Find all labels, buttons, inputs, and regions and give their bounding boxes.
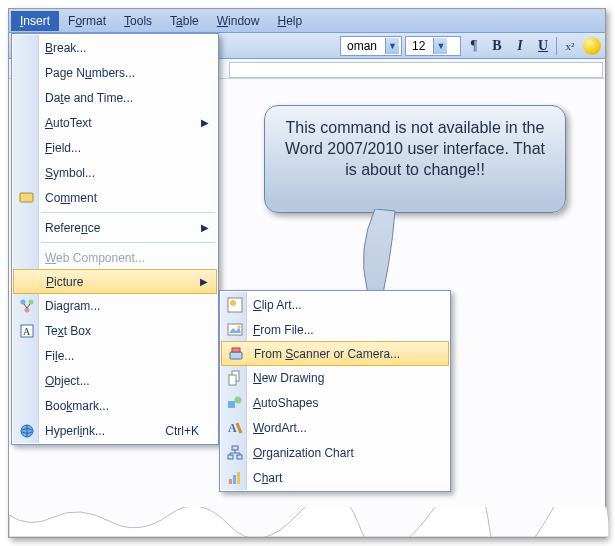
svg-rect-11: [230, 352, 242, 359]
insert-item-break[interactable]: Break...: [13, 35, 217, 60]
menu-item-label: Date and Time...: [45, 91, 133, 105]
menu-item-label: Web Component...: [45, 251, 145, 265]
menu-item-label: Hyperlink...: [45, 424, 105, 438]
font-combo-value: oman: [347, 39, 377, 53]
svg-text:A: A: [23, 326, 31, 337]
orgchart-icon: [226, 444, 244, 462]
svg-rect-15: [228, 401, 235, 408]
menu-item-label: Bookmark...: [45, 399, 109, 413]
menu-separator: [41, 242, 215, 243]
size-combo[interactable]: 12 ▼: [405, 36, 461, 56]
svg-rect-18: [232, 446, 238, 450]
menubar: InsertFormatToolsTableWindowHelp: [9, 9, 605, 33]
svg-rect-0: [20, 193, 33, 202]
insert-item-comment[interactable]: Comment: [13, 185, 217, 210]
picture-item-chart[interactable]: Chart: [221, 465, 449, 490]
underline-button[interactable]: U: [533, 36, 553, 56]
menu-item-label: Text Box: [45, 324, 91, 338]
menu-item-label: From File...: [253, 323, 314, 337]
svg-rect-19: [228, 455, 233, 459]
insert-item-file[interactable]: File...: [13, 343, 217, 368]
menu-item-label: AutoShapes: [253, 396, 318, 410]
dropdown-arrow-icon[interactable]: ▼: [433, 38, 447, 54]
picture-item-clip-art[interactable]: Clip Art...: [221, 292, 449, 317]
highlight-color-icon[interactable]: [583, 37, 601, 55]
fromfile-icon: [226, 321, 244, 339]
svg-point-2: [29, 299, 34, 304]
menu-item-label: Field...: [45, 141, 81, 155]
menu-item-label: WordArt...: [253, 421, 307, 435]
insert-item-symbol[interactable]: Symbol...: [13, 160, 217, 185]
insert-item-autotext[interactable]: AutoText▶: [13, 110, 217, 135]
pilcrow-button[interactable]: ¶: [464, 36, 484, 56]
submenu-arrow-icon: ▶: [201, 222, 209, 233]
italic-button[interactable]: I: [510, 36, 530, 56]
wordart-icon: A: [226, 419, 244, 437]
scanner-icon: [227, 345, 245, 363]
bold-button[interactable]: B: [487, 36, 507, 56]
insert-item-field[interactable]: Field...: [13, 135, 217, 160]
menu-item-label: Organization Chart: [253, 446, 354, 460]
autoshapes-icon: [226, 394, 244, 412]
menu-item-label: File...: [45, 349, 74, 363]
insert-menu: Break...Page Numbers...Date and Time...A…: [11, 33, 219, 445]
menu-tools[interactable]: Tools: [115, 11, 161, 31]
insert-item-page-numbers[interactable]: Page Numbers...: [13, 60, 217, 85]
chart-icon: [226, 469, 244, 487]
svg-point-10: [237, 325, 240, 328]
insert-item-text-box[interactable]: AText Box: [13, 318, 217, 343]
menu-shortcut: Ctrl+K: [165, 424, 199, 438]
menu-item-label: Chart: [253, 471, 282, 485]
insert-item-diagram[interactable]: Diagram...: [13, 293, 217, 318]
menu-separator: [41, 212, 215, 213]
picture-submenu: Clip Art...From File...From Scanner or C…: [219, 290, 451, 492]
menu-insert[interactable]: Insert: [11, 11, 59, 31]
picture-item-organization-chart[interactable]: Organization Chart: [221, 440, 449, 465]
svg-rect-21: [229, 479, 232, 484]
svg-point-3: [25, 307, 30, 312]
svg-point-8: [230, 300, 236, 306]
hyperlink-icon: [18, 422, 36, 440]
insert-item-object[interactable]: Object...: [13, 368, 217, 393]
picture-item-wordart[interactable]: AWordArt...: [221, 415, 449, 440]
menu-item-label: Break...: [45, 41, 86, 55]
picture-item-autoshapes[interactable]: AutoShapes: [221, 390, 449, 415]
font-combo[interactable]: oman ▼: [340, 36, 402, 56]
menu-item-label: Diagram...: [45, 299, 100, 313]
menu-help[interactable]: Help: [268, 11, 311, 31]
svg-text:A: A: [228, 421, 237, 435]
insert-item-reference[interactable]: Reference▶: [13, 215, 217, 240]
svg-point-1: [21, 299, 26, 304]
svg-rect-22: [233, 475, 236, 484]
svg-rect-9: [228, 324, 242, 335]
menu-format[interactable]: Format: [59, 11, 115, 31]
dropdown-arrow-icon[interactable]: ▼: [385, 38, 399, 54]
svg-point-16: [235, 396, 242, 403]
comment-icon: [18, 189, 36, 207]
menu-item-label: Reference: [45, 221, 100, 235]
submenu-arrow-icon: ▶: [200, 276, 208, 287]
size-combo-value: 12: [412, 39, 425, 53]
menu-item-label: New Drawing: [253, 371, 324, 385]
insert-item-web-component: Web Component...: [13, 245, 217, 270]
menu-table[interactable]: Table: [161, 11, 208, 31]
menu-item-label: Symbol...: [45, 166, 95, 180]
picture-item-from-file[interactable]: From File...: [221, 317, 449, 342]
picture-item-from-scanner-or-camera[interactable]: From Scanner or Camera...: [221, 341, 449, 366]
menu-window[interactable]: Window: [208, 11, 269, 31]
picture-item-new-drawing[interactable]: New Drawing: [221, 365, 449, 390]
menu-item-label: Object...: [45, 374, 90, 388]
textbox-icon: A: [18, 322, 36, 340]
menu-item-label: Picture: [46, 275, 83, 289]
clipart-icon: [226, 296, 244, 314]
newdrawing-icon: [226, 369, 244, 387]
insert-item-bookmark[interactable]: Bookmark...: [13, 393, 217, 418]
svg-rect-20: [237, 455, 242, 459]
svg-rect-23: [237, 472, 240, 484]
insert-item-hyperlink[interactable]: Hyperlink...Ctrl+K: [13, 418, 217, 443]
insert-item-picture[interactable]: Picture▶: [13, 269, 217, 294]
insert-item-date-and-time[interactable]: Date and Time...: [13, 85, 217, 110]
superscript-button[interactable]: x²: [560, 36, 580, 56]
menu-item-label: AutoText: [45, 116, 92, 130]
callout-text: This command is not available in the Wor…: [285, 119, 545, 178]
